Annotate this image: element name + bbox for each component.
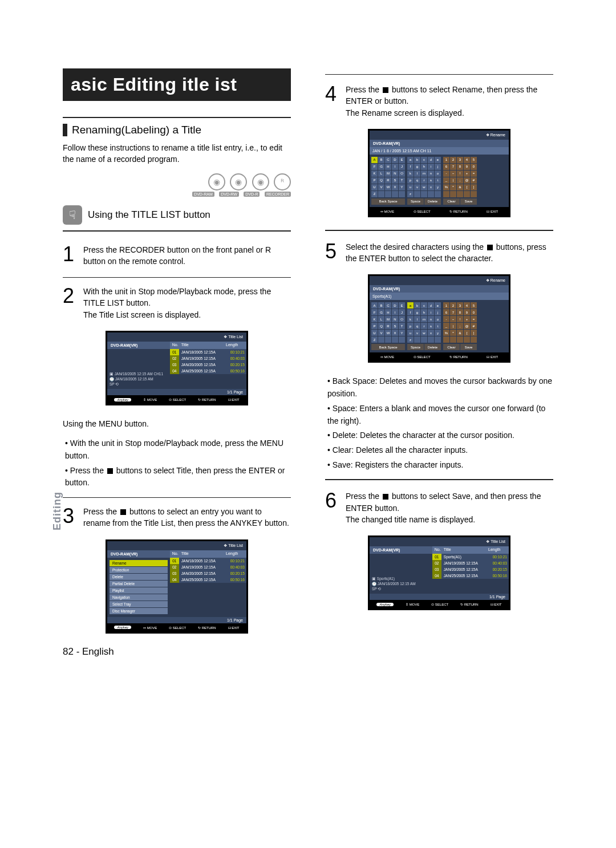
menu-item: Delete [110, 574, 168, 580]
kbd-key: 6 [443, 164, 449, 170]
hand-row: ☟ Using the TITLE LIST button [63, 205, 291, 232]
disc-label: RECORDER [265, 192, 291, 197]
kbd-key: 9 [464, 309, 470, 315]
kbd-key: = [471, 316, 477, 322]
osd-info: SP ⟲ [110, 382, 168, 387]
menu-item: Rename [110, 560, 168, 566]
kbd-key: h [421, 309, 427, 315]
kbd-key: H [385, 164, 391, 170]
kbd-key: 1 [443, 157, 449, 163]
kbd-key: U [371, 184, 378, 190]
table-row: 02JAN/19/2005 12:15A00:40:03 [170, 355, 246, 362]
kbd-key: ! [457, 171, 463, 177]
kbd-key: x [428, 330, 434, 336]
section-bar-icon [63, 124, 67, 136]
kbd-key: D [392, 157, 398, 163]
bullet: • Space: Enters a blank and moves the cu… [327, 403, 553, 427]
kbd-key [428, 191, 434, 197]
kbd-key [443, 336, 449, 343]
page-content: asic Editing itle ist Renaming(Labeling)… [0, 0, 616, 692]
menu-item: Select Tray [110, 601, 168, 607]
osd-page: 1/1 Page [107, 389, 246, 395]
kbd-key: E [399, 157, 405, 163]
kbd-key: I [392, 309, 398, 315]
square-icon [107, 468, 113, 474]
step-body: Press the buttons to select Save, and th… [346, 490, 553, 525]
rule [63, 497, 291, 498]
kbd-key: R [385, 323, 391, 329]
kbd-key: = [471, 171, 477, 177]
osd-info: 🕐 JAN/18/2005 12:15 AM [110, 376, 168, 382]
step-number: 4 [325, 84, 340, 104]
kbd-key: i [428, 164, 434, 170]
kbd-key: a [407, 157, 414, 163]
kbd-key: @ [464, 177, 470, 184]
kbd-key: e [435, 157, 441, 163]
square-icon [487, 245, 493, 250]
step-number: 5 [325, 241, 340, 262]
kbd-key [464, 336, 470, 343]
kbd-key: [ [464, 330, 470, 336]
rename-input: JAN / 1 8 / 2005 12:15 AM CH 11 [370, 147, 509, 155]
rename-input: Sports(A1) [370, 293, 509, 300]
kbd-key: I [392, 164, 398, 170]
kbd-key: V [378, 330, 384, 336]
kbd-key: N [392, 316, 398, 322]
rule [325, 230, 553, 231]
kbd-key: c [421, 302, 427, 309]
kbd-key: ] [471, 184, 477, 190]
kbd-key: _ [443, 177, 449, 184]
kbd-key: 4 [464, 157, 470, 163]
kbd-key [392, 336, 398, 343]
kbd-key: o [435, 316, 441, 322]
step-3: 3 Press the buttons to select an entry y… [63, 506, 291, 529]
kbd-key: s [428, 323, 434, 329]
kbd-key: ; [457, 177, 463, 184]
kbd-key: n [428, 171, 434, 177]
kbd-key: z [407, 191, 414, 197]
kbd-key: ; [457, 323, 463, 329]
kbd-key: Y [399, 330, 405, 336]
kbd-key: r [421, 323, 427, 329]
kbd-key: 7 [450, 309, 456, 315]
kbd-key: D [392, 302, 398, 309]
kbd-key: % [443, 330, 449, 336]
kbd-key: v [414, 184, 420, 190]
kbd-key: W [385, 184, 391, 190]
disc-labels: DVD-RAM DVD-RW DVD-R RECORDER [63, 192, 291, 202]
kbd-key: V [378, 184, 384, 190]
square-icon [383, 87, 388, 93]
section-header: Renaming(Labeling) a Title [63, 117, 291, 136]
kbd-key: A [371, 302, 378, 309]
kbd-key: _ [443, 323, 449, 329]
kbd-key: n [428, 316, 434, 322]
kbd-key: 7 [450, 164, 456, 170]
kbd-key: W [385, 330, 391, 336]
kbd-key [392, 191, 398, 197]
step-text: With the unit in Stop mode/Playback mode… [83, 287, 271, 307]
kbd-key [450, 191, 456, 197]
kbd-key [378, 191, 384, 197]
kbd-key: P [371, 177, 378, 184]
kbd-key: K [371, 171, 378, 177]
kbd-key: % [443, 184, 449, 190]
kbd-key: b [414, 302, 420, 309]
kbd-key [385, 336, 391, 343]
bullet: • Delete: Deletes the character at the c… [327, 429, 553, 442]
step-6: 6 Press the buttons to select Save, and … [325, 490, 553, 525]
kbd-key: - [443, 171, 449, 177]
kbd-key: ! [457, 316, 463, 322]
kbd-key: f [407, 164, 414, 170]
kbd-key: N [392, 171, 398, 177]
disc-icon: ◉ [208, 173, 225, 190]
table-row: 04JAN/25/2005 12:15A00:50:16 [170, 368, 246, 374]
kbd-key: z [407, 336, 414, 343]
left-column: asic Editing itle ist Renaming(Labeling)… [63, 68, 291, 658]
table-row: 01Sports(A1)00:10:21 [432, 554, 509, 560]
square-icon [120, 509, 126, 515]
table-row: 03JAN/20/2005 12:15A00:20:15 [170, 570, 246, 577]
kbd-key [428, 336, 434, 343]
table-row: 02JAN/19/2005 12:15A00:40:03 [432, 560, 509, 566]
kbd-key [378, 336, 384, 343]
kbd-key: t [435, 323, 441, 329]
